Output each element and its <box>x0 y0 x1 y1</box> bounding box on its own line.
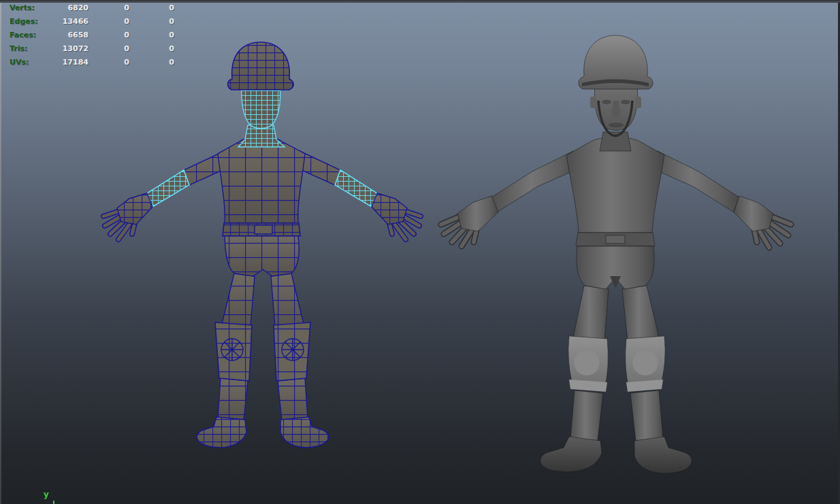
hud-verts-total: 6820 <box>45 1 88 15</box>
hud-row-verts: Verts:682000 <box>10 1 174 15</box>
hud-label-edges: Edges: <box>10 15 45 29</box>
hud-uvs-total: 17184 <box>45 56 88 69</box>
boot-right <box>634 437 692 473</box>
hud-tris-total: 13072 <box>45 42 88 56</box>
hud-verts-col2: 0 <box>88 1 129 15</box>
hud-faces-total: 6658 <box>45 29 88 42</box>
hud-label-tris: Tris: <box>10 42 45 56</box>
shaded-legs <box>540 286 692 473</box>
view-axis-gizmo: y <box>44 487 49 500</box>
scene-canvas[interactable] <box>0 0 840 504</box>
hud-faces-col2: 0 <box>88 29 129 42</box>
hud-label-faces: Faces: <box>10 29 45 42</box>
hud-tris-col2: 0 <box>88 42 129 56</box>
wireframe-torso <box>218 137 305 276</box>
viewport-3d[interactable]: Verts:682000 Edges:1346600 Faces:665800 … <box>0 0 840 504</box>
boot-left <box>540 437 602 472</box>
model-soldier-wireframe[interactable] <box>103 42 421 448</box>
hud-label-uvs: UVs: <box>10 56 45 69</box>
hud-uvs-col3: 0 <box>129 56 174 69</box>
hud-edges-col3: 0 <box>129 15 174 29</box>
hud-uvs-col2: 0 <box>88 56 129 69</box>
hud-row-edges: Edges:1346600 <box>10 15 174 29</box>
wireframe-legs <box>197 273 329 448</box>
shaded-torso <box>566 137 664 289</box>
axis-y-line <box>53 501 54 504</box>
shaded-head <box>579 35 653 151</box>
hud-row-faces: Faces:665800 <box>10 29 174 42</box>
hud-edges-col2: 0 <box>88 15 129 29</box>
model-soldier-shaded[interactable] <box>441 35 791 473</box>
belt-buckle <box>606 235 625 243</box>
poly-count-hud: Verts:682000 Edges:1346600 Faces:665800 … <box>10 1 174 69</box>
hud-row-tris: Tris:1307200 <box>10 42 174 56</box>
wireframe-head-selected <box>228 42 294 147</box>
hud-row-uvs: UVs:1718400 <box>10 56 174 69</box>
viewport-left-border <box>0 3 1 504</box>
hud-edges-total: 13466 <box>45 15 88 29</box>
hud-faces-col3: 0 <box>129 29 174 42</box>
hud-verts-col3: 0 <box>129 1 174 15</box>
belt-buckle <box>255 225 272 234</box>
hud-label-verts: Verts: <box>10 1 45 15</box>
hud-tris-col3: 0 <box>129 42 174 56</box>
axis-y-label: y <box>44 490 49 499</box>
